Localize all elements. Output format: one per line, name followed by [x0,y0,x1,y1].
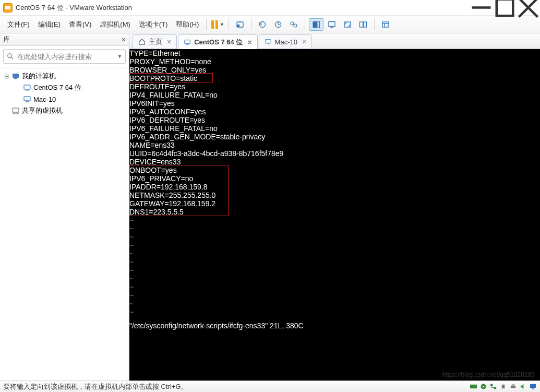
shared-vm-icon [11,106,20,115]
pause-vm-button[interactable]: ▼ [210,18,225,31]
tab-centos[interactable]: CentOS 7 64 位 × [178,34,257,49]
snapshot-take-button[interactable] [233,18,247,31]
vi-status-line: "/etc/sysconfig/network-scripts/ifcfg-en… [129,322,540,330]
library-sidebar: 库 × ▼ ⊟ 我的计算机 CentOS 7 64 位 Mac-10 [0,33,129,381]
menu-edit[interactable]: 编辑(E) [34,18,65,31]
sound-icon[interactable] [519,383,527,390]
svg-rect-26 [24,85,30,89]
terminal-line: DEVICE=ens33 [129,158,540,166]
menu-file[interactable]: 文件(F) [3,18,34,31]
svg-rect-24 [13,74,19,78]
snapshot-manage-button[interactable] [271,18,285,31]
svg-rect-43 [502,385,505,388]
terminal-line: TYPE=Ethernet [129,49,540,57]
menu-tabs[interactable]: 选项卡(T) [135,18,172,31]
menu-view[interactable]: 查看(V) [65,18,95,31]
vi-tilde-line: ~ [129,224,540,233]
svg-point-6 [260,21,266,27]
terminal-line: IPV6_PRIVACY=no [129,174,540,183]
printer-icon[interactable] [509,383,517,390]
terminal-line: BOOTPROTO=static [129,74,540,82]
titlebar: CentOS 7 64 位 - VMware Workstation [0,0,540,16]
device-tray [470,383,537,390]
terminal-line: GATEWAY=192.168.159.2 [129,199,540,208]
search-icon [7,53,14,60]
display-icon[interactable] [529,383,537,390]
terminal-line: BROWSER_ONLY=yes [129,66,540,74]
disk-icon[interactable] [470,383,477,390]
statusbar: 要将输入定向到该虚拟机，请在虚拟机内部单击或按 Ctrl+G。 [0,381,540,392]
library-search-input[interactable] [17,53,115,61]
terminal-line: IPADDR=192.168.159.8 [129,183,540,191]
window-title: CentOS 7 64 位 - VMware Workstation [16,3,470,13]
terminal-line: IPV6_ADDR_GEN_MODE=stable-privacy [129,133,540,141]
library-search[interactable]: ▼ [3,49,126,64]
tab-mac10[interactable]: Mac-10 × [259,34,313,49]
svg-point-22 [8,54,12,58]
tab-mac-close[interactable]: × [302,38,306,46]
terminal-line: UUID=6c4d4fc3-a3dc-4bcd-a938-8b716f5f78e… [129,149,540,158]
tree-node-shared-vms[interactable]: 共享的虚拟机 [1,105,128,116]
unity-button[interactable] [356,18,370,31]
tab-home[interactable]: 主页 × [133,34,177,49]
svg-rect-38 [470,385,477,388]
computer-icon [11,72,20,80]
window-close-button[interactable] [517,0,540,16]
terminal-view[interactable]: TYPE=EthernetPROXY_METHOD=noneBROWSER_ON… [129,49,540,381]
terminal-line: NETMASK=255.255.255.0 [129,191,540,199]
vi-tilde-line: ~ [129,250,540,258]
terminal-line: IPV6INIT=yes [129,99,540,108]
svg-rect-41 [490,384,493,386]
library-button[interactable] [378,18,393,31]
terminal-line: PROXY_METHOD=none [129,57,540,66]
vm-icon [23,84,31,92]
menu-help[interactable]: 帮助(H) [172,18,203,31]
svg-rect-19 [382,22,389,27]
tab-centos-close[interactable]: × [247,38,251,46]
vm-icon [265,38,272,45]
vi-tilde-line: ~ [129,258,540,266]
library-tree: ⊟ 我的计算机 CentOS 7 64 位 Mac-10 共享的虚拟机 [0,68,129,381]
vmware-app-icon [3,3,13,13]
tree-node-my-computer[interactable]: ⊟ 我的计算机 [1,70,128,82]
library-close-button[interactable]: × [122,35,126,44]
vi-tilde-line: ~ [129,266,540,275]
menu-vm[interactable]: 虚拟机(M) [95,18,135,31]
vi-tilde-line: ~ [129,283,540,291]
usb-icon[interactable] [499,383,507,390]
svg-rect-1 [497,0,513,16]
terminal-line: DNS1=223.5.5.5 [129,208,540,216]
vi-tilde-line: ~ [129,275,540,283]
network-icon[interactable] [489,383,497,390]
snapshot-revert-button[interactable] [255,18,270,31]
svg-rect-30 [13,108,19,112]
svg-rect-45 [512,384,515,386]
svg-rect-13 [318,21,320,28]
library-title: 库 [3,35,10,44]
svg-rect-28 [24,97,30,101]
svg-rect-37 [267,44,269,44]
minimize-button[interactable] [470,0,493,16]
menubar: 文件(F) 编辑(E) 查看(V) 虚拟机(M) 选项卡(T) 帮助(H) ▼ [0,16,540,33]
console-view-button[interactable] [325,18,339,31]
vi-tilde-line: ~ [129,300,540,308]
search-dropdown-icon[interactable]: ▼ [117,54,122,59]
svg-point-40 [483,386,484,387]
terminal-line: IPV6_FAILURE_FATAL=no [129,124,540,133]
maximize-button[interactable] [493,0,517,16]
snapshot-manager-button[interactable] [286,18,301,31]
tree-node-mac10[interactable]: Mac-10 [1,93,128,105]
terminal-line: IPV6_AUTOCONF=yes [129,108,540,116]
thumbnail-view-button[interactable] [309,18,323,31]
vi-tilde-line: ~ [129,291,540,300]
fullscreen-button[interactable] [340,18,355,31]
svg-rect-35 [186,44,189,44]
svg-rect-36 [265,40,271,43]
vm-icon [184,39,191,46]
svg-line-23 [11,57,14,60]
tab-home-close[interactable]: × [167,38,171,46]
tree-node-centos[interactable]: CentOS 7 64 位 [1,82,128,93]
statusbar-hint: 要将输入定向到该虚拟机，请在虚拟机内部单击或按 Ctrl+G。 [3,382,188,391]
home-icon [138,38,146,45]
cd-icon[interactable] [479,383,487,390]
